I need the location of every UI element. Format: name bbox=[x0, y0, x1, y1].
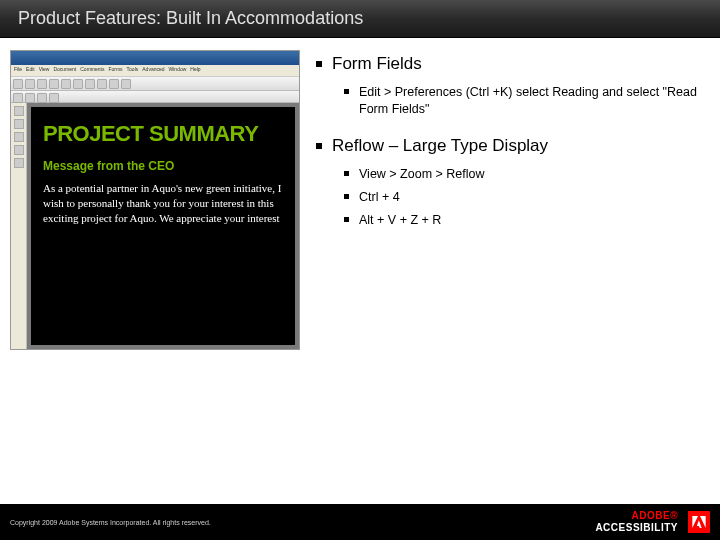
toolbar-icon bbox=[97, 79, 107, 89]
menu-item: Advanced bbox=[142, 66, 164, 75]
toolbar-icon bbox=[13, 93, 23, 103]
brand-adobe: ADOBE® bbox=[632, 510, 678, 521]
bullet-level1: Reflow – Large Type Display bbox=[316, 136, 710, 156]
pdf-body: PROJECT SUMMARY Message from the CEO As … bbox=[11, 103, 299, 349]
slide-title: Product Features: Built In Accommodation… bbox=[0, 0, 720, 38]
toolbar-icon bbox=[49, 79, 59, 89]
menu-item: Document bbox=[53, 66, 76, 75]
pdf-toolbar-secondary bbox=[11, 91, 299, 103]
toolbar-icon bbox=[37, 93, 47, 103]
bullet-text: Form Fields bbox=[332, 54, 422, 74]
bullet-square-icon bbox=[344, 171, 349, 176]
bullet-square-icon bbox=[344, 217, 349, 222]
menu-item: Edit bbox=[26, 66, 35, 75]
sidebar-icon bbox=[14, 119, 24, 129]
menu-item: Forms bbox=[108, 66, 122, 75]
adobe-logo-icon bbox=[688, 511, 710, 533]
bullet-text: Ctrl + 4 bbox=[359, 189, 400, 206]
pdf-page-area: PROJECT SUMMARY Message from the CEO As … bbox=[27, 103, 299, 349]
bullet-level2: View > Zoom > Reflow bbox=[344, 166, 710, 183]
bullet-level2: Edit > Preferences (Ctrl +K) select Read… bbox=[344, 84, 710, 118]
toolbar-icon bbox=[109, 79, 119, 89]
bullet-level1: Form Fields bbox=[316, 54, 710, 74]
toolbar-icon bbox=[61, 79, 71, 89]
copyright-text: Copyright 2009 Adobe Systems Incorporate… bbox=[10, 519, 211, 526]
toolbar-icon bbox=[49, 93, 59, 103]
menu-item: File bbox=[14, 66, 22, 75]
toolbar-icon bbox=[25, 79, 35, 89]
menu-item: Comments bbox=[80, 66, 104, 75]
bullet-list: Form Fields Edit > Preferences (Ctrl +K)… bbox=[316, 50, 710, 350]
pdf-document: PROJECT SUMMARY Message from the CEO As … bbox=[31, 107, 295, 345]
brand-accessibility: ACCESSIBILITY bbox=[595, 522, 678, 533]
footer: Copyright 2009 Adobe Systems Incorporate… bbox=[0, 504, 720, 540]
pdf-menubar: File Edit View Document Comments Forms T… bbox=[11, 65, 299, 77]
bullet-square-icon bbox=[316, 143, 322, 149]
menu-item: Tools bbox=[127, 66, 139, 75]
bullet-text: Reflow – Large Type Display bbox=[332, 136, 548, 156]
sidebar-icon bbox=[14, 158, 24, 168]
pdf-sidebar bbox=[11, 103, 27, 349]
menu-item: Help bbox=[190, 66, 200, 75]
menu-item: View bbox=[39, 66, 50, 75]
doc-heading: PROJECT SUMMARY bbox=[43, 123, 283, 145]
toolbar-icon bbox=[25, 93, 35, 103]
content-area: File Edit View Document Comments Forms T… bbox=[0, 38, 720, 350]
bullet-text: Edit > Preferences (Ctrl +K) select Read… bbox=[359, 84, 710, 118]
bullet-text: Alt + V + Z + R bbox=[359, 212, 441, 229]
toolbar-icon bbox=[37, 79, 47, 89]
toolbar-icon bbox=[121, 79, 131, 89]
toolbar-icon bbox=[13, 79, 23, 89]
brand-block: ADOBE® ACCESSIBILITY bbox=[595, 510, 710, 534]
toolbar-icon bbox=[73, 79, 83, 89]
pdf-toolbar bbox=[11, 77, 299, 91]
menu-item: Window bbox=[169, 66, 187, 75]
pdf-window-titlebar bbox=[11, 51, 299, 65]
bullet-square-icon bbox=[316, 61, 322, 67]
pdf-reader-screenshot: File Edit View Document Comments Forms T… bbox=[10, 50, 300, 350]
sidebar-icon bbox=[14, 132, 24, 142]
bullet-level2: Ctrl + 4 bbox=[344, 189, 710, 206]
bullet-square-icon bbox=[344, 194, 349, 199]
toolbar-icon bbox=[85, 79, 95, 89]
bullet-level2: Alt + V + Z + R bbox=[344, 212, 710, 229]
sidebar-icon bbox=[14, 106, 24, 116]
doc-subheading: Message from the CEO bbox=[43, 159, 283, 173]
doc-body: As a potential partner in Aquo's new gre… bbox=[43, 181, 283, 226]
sidebar-icon bbox=[14, 145, 24, 155]
bullet-square-icon bbox=[344, 89, 349, 94]
bullet-text: View > Zoom > Reflow bbox=[359, 166, 485, 183]
brand-text: ADOBE® ACCESSIBILITY bbox=[595, 510, 678, 534]
